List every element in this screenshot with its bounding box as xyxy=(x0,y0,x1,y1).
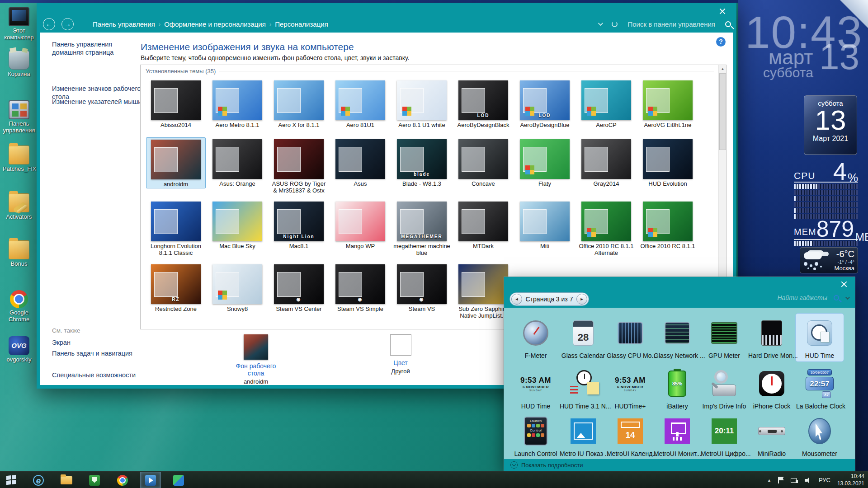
gadget-tile[interactable]: Glassy Network ... xyxy=(654,317,701,359)
desktop-icon-control-panel[interactable]: Панель управления xyxy=(3,100,35,134)
gadget-tile[interactable]: MiniRadio xyxy=(748,415,795,457)
gadget-tile[interactable]: F-Meter xyxy=(512,317,559,359)
search-input[interactable]: Поиск в панели управления xyxy=(627,20,715,28)
close-icon[interactable] xyxy=(718,7,726,15)
taskbar-app-chrome[interactable] xyxy=(112,472,133,488)
pager-next-icon[interactable]: ► xyxy=(576,294,587,305)
sidebar-link[interactable]: Панель задач и навигация xyxy=(52,350,147,358)
show-details-chevron-icon[interactable] xyxy=(510,461,518,469)
gadgets-search[interactable]: Найти гаджеты xyxy=(777,294,849,301)
theme-tile[interactable]: HUD Evolution xyxy=(638,137,698,188)
sidebar-link[interactable]: Изменение указателей мыши xyxy=(52,98,147,106)
scroll-up-icon[interactable]: ▲ xyxy=(719,65,726,73)
show-hidden-icons[interactable]: ▲ xyxy=(767,478,771,483)
gadget-tile[interactable]: 28Glass Calendar xyxy=(560,317,607,359)
theme-tile[interactable]: Snowy8 xyxy=(208,263,267,313)
theme-tile[interactable]: Night LionMac8.1 xyxy=(269,200,329,250)
gadget-tile[interactable]: LaunchControlLaunch Control xyxy=(512,415,559,457)
theme-tile[interactable]: Mac Blue Sky xyxy=(208,200,267,250)
theme-tile[interactable]: ◉Steam VS Center xyxy=(269,263,329,313)
tray-clock[interactable]: 10:44 13.03.2021 xyxy=(837,473,864,487)
chevron-down-icon[interactable] xyxy=(598,21,603,26)
language-indicator[interactable]: РУС xyxy=(819,477,830,483)
personalization-footer-item[interactable]: Фон рабочего столаandroidm xyxy=(235,334,277,385)
theme-tile[interactable]: LODAeroByDesignBlack xyxy=(453,79,513,129)
theme-tile[interactable]: ◉Steam VS Simple xyxy=(330,263,390,313)
sidebar-link[interactable]: Экран xyxy=(52,339,147,347)
theme-tile[interactable]: Longhorn Evolution 8.1.1 Classic xyxy=(146,200,206,257)
gadget-tile[interactable]: 20:11MetroUI Цифро... xyxy=(701,415,748,457)
theme-tile[interactable]: MEGATHEMERmegathemer machine blue xyxy=(392,200,452,257)
taskbar-app-ie[interactable]: e xyxy=(28,472,49,488)
theme-tile[interactable]: Aero Metro 8.1.1 xyxy=(208,79,267,129)
theme-tile[interactable]: Flaty xyxy=(515,137,575,188)
theme-tile[interactable]: Office 2010 RC 8.1.1 Alternate xyxy=(576,200,636,257)
theme-tile[interactable]: Aero 8.1 U1 white xyxy=(392,79,452,129)
refresh-icon[interactable] xyxy=(612,21,618,27)
gadget-tile[interactable]: GPU Meter xyxy=(701,317,748,359)
theme-tile[interactable]: Mango WP xyxy=(330,200,390,250)
help-icon[interactable]: ? xyxy=(716,37,726,47)
theme-tile[interactable]: Asus xyxy=(330,137,390,188)
theme-tile[interactable]: ◉Steam VS xyxy=(392,263,452,313)
gadget-tile[interactable]: Metro IU Показ ... xyxy=(560,415,607,457)
gadget-tile[interactable]: HUD Time xyxy=(796,317,843,359)
search-icon[interactable] xyxy=(834,295,839,300)
calendar-gadget[interactable]: суббота 13 Март 2021 xyxy=(804,95,857,155)
theme-tile[interactable]: AeroCP xyxy=(576,79,636,129)
gadget-tile[interactable]: 9:53 AM6 NOVEMBERSUNDAYHUD Time xyxy=(512,367,559,410)
chevron-down-icon[interactable] xyxy=(845,295,850,300)
search-icon[interactable] xyxy=(725,21,731,27)
taskbar-app-folder[interactable] xyxy=(56,472,77,488)
start-button[interactable] xyxy=(0,472,24,488)
personalization-footer-item[interactable]: ЦветДругой xyxy=(379,334,422,375)
network-icon[interactable] xyxy=(791,477,798,483)
gadget-tile[interactable]: Glassy CPU Mo... xyxy=(607,317,654,359)
taskbar-app-shield[interactable] xyxy=(84,472,105,488)
breadcrumb-item[interactable]: Панель управления xyxy=(93,20,155,28)
desktop-icon-folder-key[interactable]: Activators xyxy=(3,193,35,221)
gadget-tile[interactable]: 85%iBattery xyxy=(654,367,701,410)
theme-tile[interactable]: Office 2010 RC 8.1.1 xyxy=(638,200,698,250)
theme-tile[interactable]: AeroVG Ei8ht.1ne xyxy=(638,79,698,129)
gadget-tile[interactable]: 14MetroUI Календ... xyxy=(607,415,654,457)
gadgets-search-input[interactable]: Найти гаджеты xyxy=(777,294,827,301)
weather-gadget[interactable]: -6°C -1° / -4° Москва xyxy=(800,247,858,273)
theme-tile[interactable]: Asus: Orange xyxy=(208,137,267,188)
action-center-icon[interactable] xyxy=(778,477,784,483)
cpu-meter-gadget[interactable]: CPU 4 % xyxy=(794,162,858,219)
gadget-tile[interactable]: Mousometer xyxy=(796,415,843,457)
close-icon[interactable] xyxy=(840,281,848,288)
theme-tile[interactable]: MTDark xyxy=(453,200,513,250)
theme-tile[interactable]: RZRestricted Zone xyxy=(146,263,206,313)
pager-prev-icon[interactable]: ◄ xyxy=(511,294,522,305)
gadget-tile[interactable]: Hard Drive Mon... xyxy=(748,317,795,359)
scrollbar-thumb[interactable] xyxy=(719,73,726,150)
theme-tile[interactable]: Miti xyxy=(515,200,575,250)
desktop-icon-ovg[interactable]: OVGovgorskiy xyxy=(3,336,35,363)
breadcrumb-item[interactable]: Оформление и персонализация xyxy=(164,20,266,28)
theme-tile[interactable]: androidm xyxy=(146,137,206,188)
back-button[interactable]: ← xyxy=(43,18,55,30)
taskbar-app-media[interactable] xyxy=(140,472,161,488)
desktop-icon-folder[interactable]: Bonus xyxy=(3,240,35,267)
forward-button[interactable]: → xyxy=(61,18,74,30)
gadget-tile[interactable]: Imp's Drive Info xyxy=(701,367,748,410)
theme-tile[interactable]: ASUS ROG by Tiger & Mr351837 & Ostx xyxy=(269,137,329,194)
volume-icon[interactable] xyxy=(805,477,812,483)
mem-meter-gadget[interactable]: MEM 879 MB xyxy=(794,220,858,246)
theme-tile[interactable]: LODAeroByDesignBlue xyxy=(515,79,575,129)
gadget-tile[interactable]: 9:53 AM6 NOVEMBERSUNDAYHUDTime+ xyxy=(607,367,654,410)
gadget-tile[interactable]: HUD Time 3.1 N... xyxy=(560,367,607,410)
gadget-tile[interactable]: MetroUI Монит... xyxy=(654,415,701,457)
theme-tile[interactable]: Aero X for 8.1.1 xyxy=(269,79,329,129)
theme-tile[interactable]: Aero 81U1 xyxy=(330,79,390,129)
taskbar-app-capture[interactable] xyxy=(168,472,189,488)
theme-tile[interactable]: Concave xyxy=(453,137,513,188)
desktop-icon-recycle[interactable]: Корзина xyxy=(3,51,35,78)
theme-tile[interactable]: Gray2014 xyxy=(576,137,636,188)
show-details-label[interactable]: Показать подробности xyxy=(521,462,583,469)
sidebar-link[interactable]: Специальные возможности xyxy=(52,371,147,380)
desktop-icon-chrome[interactable]: Google Chrome xyxy=(3,290,35,323)
breadcrumb-item[interactable]: Персонализация xyxy=(275,20,328,28)
